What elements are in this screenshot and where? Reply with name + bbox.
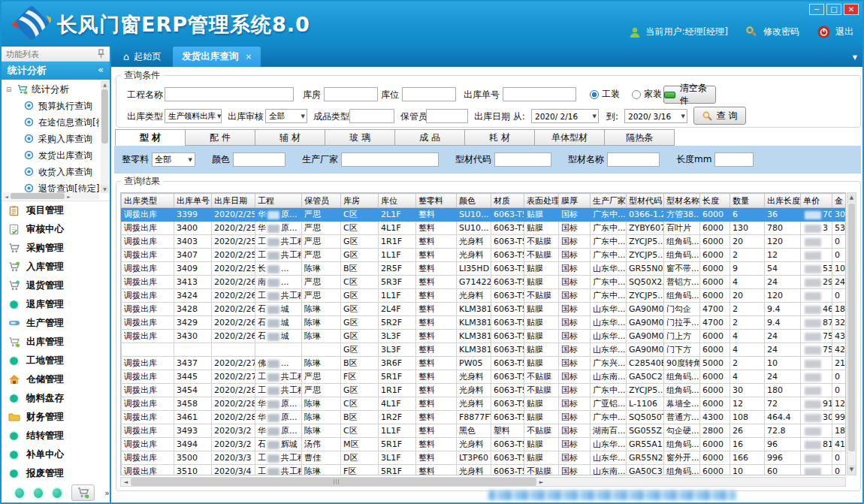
sidebar-item[interactable]: 仓储管理 — [2, 370, 110, 389]
tree-item[interactable]: 在途信息查询[待 — [5, 114, 99, 131]
maximize-icon[interactable]: □ — [826, 4, 841, 15]
scroll-right-icon[interactable]: ► — [536, 479, 546, 485]
clear-conditions-button[interactable]: 清空条件 — [663, 86, 716, 104]
column-header[interactable]: 出库长度 — [765, 194, 801, 208]
sidebar-item[interactable]: 补单中心 — [2, 445, 110, 464]
sidebar-item[interactable]: 结转管理 — [2, 427, 110, 445]
scroll-down-icon[interactable]: ▼ — [847, 465, 856, 475]
sidebar-item[interactable]: 出库管理 — [2, 333, 110, 352]
column-header[interactable]: 数量 — [730, 194, 765, 208]
material-tab[interactable]: 成 品 — [394, 129, 465, 146]
tree-item[interactable]: 退货查询[待定] — [5, 180, 99, 192]
table-row[interactable]: 调拨出库34542020/2/28工共工程严思G区1R1F整料光身料6063-T… — [122, 384, 847, 397]
order-no-input[interactable] — [503, 87, 576, 101]
sidebar-item[interactable]: 财务管理 — [2, 408, 110, 427]
sidebar-item[interactable]: 报废管理 — [2, 464, 110, 483]
table-row[interactable]: 调拨出库33992020/2/25华原...严思C区2L1F整料SU10...6… — [122, 208, 847, 222]
table-row[interactable]: 调拨出库34032020/2/25工共工程严思G区1R1F整料光身料6063-T… — [122, 235, 847, 249]
column-header[interactable]: 保管员 — [302, 194, 341, 208]
column-header[interactable]: 生产厂家 — [591, 194, 627, 208]
column-header[interactable]: 出库类型 — [122, 194, 174, 208]
material-tab[interactable]: 辅 材 — [255, 129, 325, 146]
table-row[interactable]: 调拨出库34942020/3/2石辉城汤伟M区5R1F整料光身料6063-T5贴… — [122, 438, 847, 451]
tab-shipment-query[interactable]: 发货出库查询 × — [173, 47, 261, 67]
profile-name-input[interactable] — [607, 152, 660, 167]
column-header[interactable]: 单价 — [801, 194, 832, 208]
module-dot-icon[interactable] — [34, 488, 43, 498]
outbound-type-select[interactable]: 生产领料出库▼ — [165, 109, 222, 123]
tree-item[interactable]: 发货出库查询 — [5, 147, 99, 164]
scroll-up-icon[interactable]: ▲ — [847, 193, 856, 203]
audit-select[interactable]: 全部▼ — [265, 109, 307, 123]
tree-root[interactable]: ⊟统计分析 — [5, 81, 99, 98]
scroll-thumb[interactable] — [131, 478, 536, 486]
length-input[interactable] — [714, 152, 754, 167]
collapse-icon[interactable]: « — [98, 64, 104, 75]
table-row[interactable]: 调拨出库34582020/2/28华原...陈琳C区4L1F整料光身料6063-… — [122, 397, 847, 411]
tree-item[interactable]: 预算执行查询 — [5, 98, 99, 114]
column-header[interactable]: 材质 — [491, 194, 524, 208]
column-header[interactable]: 型材代码 — [627, 194, 664, 208]
radio-gongzhuang[interactable]: 工装 — [590, 88, 620, 101]
column-header[interactable]: 膜厚 — [559, 194, 591, 208]
tree-horizontal-scrollbar[interactable]: ◄ ► — [2, 192, 99, 200]
scroll-up-icon[interactable]: ▲ — [101, 80, 109, 89]
table-row[interactable]: 调拨出库35102020/3/4工共工程陈琳F区5R1F整料光身料6063-T5… — [122, 465, 847, 476]
material-tab[interactable]: 单体型材 — [534, 129, 605, 146]
table-row[interactable]: 调拨出库34302020/2/26石城陈琳G区3L3F整料KLM38176063… — [122, 330, 847, 343]
column-header[interactable]: 长度 — [700, 194, 730, 208]
material-tab[interactable]: 隔热条 — [604, 129, 675, 146]
table-row[interactable]: 调拨出库34242020/2/26工共工程严思G区1L1F整料光身料6063-T… — [122, 289, 847, 303]
expander-icon[interactable]: ⊟ — [6, 86, 14, 93]
table-row[interactable]: 调拨出库34092020/2/25长...陈琳B区2R5F整料LI35HD606… — [122, 262, 847, 276]
sidebar-item[interactable]: 工地管理 — [2, 352, 110, 370]
scroll-thumb[interactable] — [848, 204, 855, 451]
scroll-left-icon[interactable]: ◄ — [121, 479, 131, 485]
column-header[interactable]: 整零料 — [416, 194, 457, 208]
search-button[interactable]: 查 询 — [693, 107, 746, 125]
table-row[interactable]: 调拨出库34612020/2/28华原...陈琳B区1R2F整料F8877FT6… — [122, 411, 847, 424]
table-row[interactable]: 调拨出库34452020/2/27工共工程严思F区5R1F整料光身料6063-T… — [122, 370, 847, 384]
close-icon[interactable]: ✕ — [844, 4, 859, 15]
table-row[interactable]: G区3L3F整料KLM38176063-T5贴膜国标山东华...GA90M09.… — [122, 343, 847, 357]
scroll-thumb[interactable] — [11, 193, 65, 199]
project-name-input[interactable] — [165, 87, 294, 101]
tab-close-icon[interactable]: × — [245, 52, 252, 62]
tab-home[interactable]: ⌂ 起始页 — [111, 47, 173, 67]
tree-vertical-scrollbar[interactable]: ▲ ▼ — [101, 80, 109, 193]
module-dot-icon[interactable] — [53, 488, 62, 498]
warehouse-input[interactable] — [324, 87, 378, 101]
column-header[interactable]: 颜色 — [457, 194, 491, 208]
column-header[interactable]: 型材名称 — [664, 194, 700, 208]
more-modules-icon[interactable]: » — [104, 488, 110, 498]
column-header[interactable]: 出库日期 — [212, 194, 255, 208]
profile-code-input[interactable] — [494, 152, 551, 167]
sidebar-item[interactable]: 物料盘存 — [2, 389, 110, 408]
results-vertical-scrollbar[interactable]: ▲ ▼ — [847, 192, 856, 475]
minimize-icon[interactable]: ─ — [809, 4, 824, 15]
sidebar-item[interactable]: 审核中心 — [2, 220, 110, 239]
logout-link[interactable]: 退出 — [835, 26, 853, 38]
column-header[interactable]: 工程 — [255, 194, 302, 208]
date-to-select[interactable]: 2020/ 3/16▼ — [624, 109, 687, 123]
column-header[interactable]: 库房 — [341, 194, 379, 208]
scroll-thumb[interactable] — [101, 89, 108, 143]
color-input[interactable] — [233, 152, 285, 167]
scroll-right-icon[interactable]: ► — [65, 194, 73, 199]
change-password-link[interactable]: 修改密码 — [763, 26, 799, 38]
table-row[interactable]: 调拨出库35002020/3/3工共工程曹佳D区3L1F整料LT3P606063… — [122, 451, 847, 465]
material-tab[interactable]: 配 件 — [185, 129, 255, 146]
stats-group-header[interactable]: 统计分析 « — [2, 62, 110, 80]
sidebar-item[interactable]: 入库管理 — [2, 258, 110, 276]
table-row[interactable]: 调拨出库34132020/2/26南...严思C区5R3F整料G71422606… — [122, 276, 847, 289]
material-tab[interactable]: 型 材 — [115, 129, 186, 146]
column-header[interactable]: 表面处理 — [524, 194, 559, 208]
tab-overflow-icon[interactable]: ▼ — [853, 54, 857, 61]
table-row[interactable]: 调拨出库34372020/2/27佛...陈琳B区3R6F整料PW056063-… — [122, 357, 847, 370]
table-row[interactable]: 调拨出库34292020/2/26石城陈琳G区5R2F整料KLM38176063… — [122, 316, 847, 330]
sidebar-item[interactable]: 生产管理 — [2, 314, 110, 333]
table-row[interactable]: 调拨出库34282020/2/26石城陈琳G区2L4F整料KLM38176063… — [122, 303, 847, 316]
product-type-input[interactable] — [349, 109, 394, 123]
whole-part-select[interactable]: 全部▼ — [152, 152, 195, 167]
date-from-select[interactable]: 2020/ 2/16▼ — [531, 109, 599, 123]
